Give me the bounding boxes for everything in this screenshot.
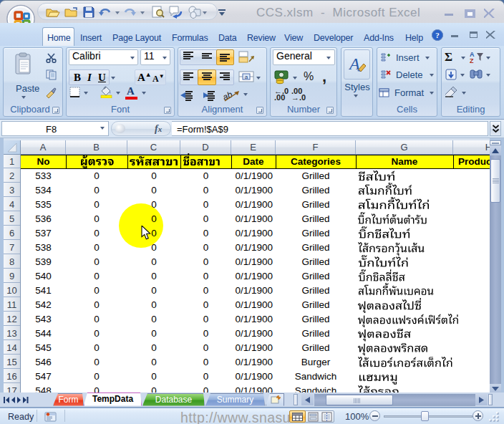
svg-text:a: a — [245, 74, 248, 80]
svg-text:?: ? — [435, 31, 440, 39]
svg-text:Z: Z — [470, 57, 474, 63]
